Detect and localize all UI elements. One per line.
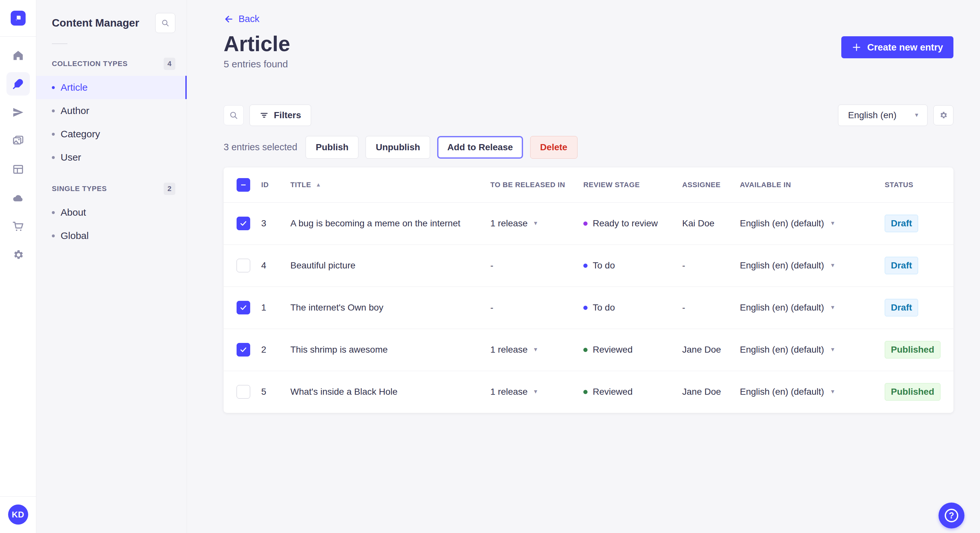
cell-assignee: Jane Doe [682, 387, 740, 397]
cell-release[interactable]: -▼ [490, 303, 583, 313]
locale-select-value: English (en) [848, 110, 896, 121]
strapi-logo-wrap [0, 0, 36, 36]
row-checkbox[interactable] [237, 217, 250, 230]
locale-caret-icon: ▼ [830, 389, 835, 395]
collection-types-count-badge: 4 [164, 58, 175, 70]
column-header-available-in[interactable]: AVAILABLE IN [740, 181, 885, 189]
column-header-review-stage[interactable]: REVIEW STAGE [583, 181, 682, 189]
cell-id: 5 [261, 387, 290, 397]
stage-dot [583, 306, 587, 310]
row-checkbox[interactable] [237, 343, 250, 357]
create-new-entry-button[interactable]: Create new entry [841, 36, 953, 58]
status-badge: Draft [885, 215, 918, 232]
single-types-section: SINGLE TYPES 2 About Global [36, 182, 187, 247]
subnav-divider [52, 43, 67, 44]
cell-title: The internet's Own boy [290, 303, 490, 313]
cell-assignee: Kai Doe [682, 218, 740, 228]
subnav-search-button[interactable] [155, 13, 175, 33]
nav-marketplace-icon[interactable] [6, 215, 30, 238]
table-row[interactable]: 3 A bug is becoming a meme on the intern… [224, 202, 953, 244]
column-header-id[interactable]: ID [261, 181, 290, 189]
bullet-icon [52, 86, 55, 89]
sort-asc-icon: ▲ [316, 182, 321, 188]
bullet-icon [52, 156, 55, 159]
cell-available-in[interactable]: English (en) (default)▼ [740, 387, 885, 397]
locale-caret-icon: ▼ [830, 346, 835, 353]
status-badge: Draft [885, 257, 918, 274]
cell-assignee: - [682, 260, 740, 271]
cell-title: What's inside a Black Hole [290, 387, 490, 397]
bullet-icon [52, 133, 55, 136]
locale-select[interactable]: English (en) ▼ [838, 105, 928, 126]
minus-icon [240, 181, 247, 189]
cell-assignee: Jane Doe [682, 344, 740, 355]
nav-cloud-icon[interactable] [6, 186, 30, 209]
cell-id: 4 [261, 260, 290, 271]
column-header-title[interactable]: TITLE▲ [290, 181, 490, 189]
cell-available-in[interactable]: English (en) (default)▼ [740, 344, 885, 355]
nav-media-library-icon[interactable] [6, 129, 30, 152]
publish-button[interactable]: Publish [305, 136, 358, 159]
subnav-item-user[interactable]: User [36, 146, 187, 169]
delete-button[interactable]: Delete [530, 136, 578, 159]
help-button[interactable]: ? [939, 503, 964, 528]
create-new-entry-label: Create new entry [867, 42, 943, 53]
view-settings-button[interactable] [933, 105, 953, 125]
back-link[interactable]: Back [224, 14, 259, 24]
table-row[interactable]: 1 The internet's Own boy -▼ To do - Engl… [224, 287, 953, 329]
cell-available-in[interactable]: English (en) (default)▼ [740, 260, 885, 271]
locale-caret-icon: ▼ [830, 262, 835, 269]
filters-button[interactable]: Filters [250, 105, 311, 126]
back-label: Back [239, 14, 259, 24]
row-checkbox[interactable] [237, 259, 250, 272]
stage-dot [583, 348, 587, 352]
main-content: Back Article 5 entries found Create new … [187, 0, 980, 533]
locale-caret-icon: ▼ [830, 305, 835, 311]
table-header-row: ID TITLE▲ TO BE RELEASED IN REVIEW STAGE… [224, 167, 953, 202]
subnav-item-label: Article [60, 82, 88, 93]
row-checkbox[interactable] [237, 385, 250, 399]
list-search-button[interactable] [224, 105, 244, 125]
cell-release[interactable]: 1 release▼ [490, 344, 583, 355]
table-row[interactable]: 4 Beautiful picture -▼ To do - English (… [224, 244, 953, 287]
subnav-item-author[interactable]: Author [36, 99, 187, 122]
subnav-item-category[interactable]: Category [36, 122, 187, 146]
collection-types-section: COLLECTION TYPES 4 Article Author Catego… [36, 58, 187, 169]
cell-id: 1 [261, 303, 290, 313]
rail-divider [0, 497, 36, 497]
filter-icon [259, 111, 269, 120]
add-to-release-button[interactable]: Add to Release [437, 136, 523, 159]
unpublish-button[interactable]: Unpublish [366, 136, 430, 159]
subnav-title: Content Manager [52, 17, 139, 29]
select-all-checkbox[interactable] [237, 178, 250, 192]
column-header-to-be-released-in[interactable]: TO BE RELEASED IN [490, 181, 583, 189]
cell-available-in[interactable]: English (en) (default)▼ [740, 218, 885, 228]
subnav-item-article[interactable]: Article [36, 76, 187, 99]
cell-review-stage: Ready to review [583, 218, 682, 228]
entries-count: 5 entries found [224, 59, 953, 70]
content-manager-subnav: Content Manager COLLECTION TYPES 4 Artic… [36, 0, 187, 533]
nav-releases-icon[interactable] [6, 101, 30, 124]
nav-content-type-builder-icon[interactable] [6, 158, 30, 181]
column-header-status[interactable]: STATUS [885, 181, 940, 189]
strapi-logo-icon[interactable] [11, 11, 25, 25]
nav-home-icon[interactable] [6, 44, 30, 67]
subnav-item-global[interactable]: Global [36, 224, 187, 247]
arrow-left-icon [224, 14, 234, 24]
table-row[interactable]: 5 What's inside a Black Hole 1 release▼ … [224, 371, 953, 413]
cell-available-in[interactable]: English (en) (default)▼ [740, 303, 885, 313]
subnav-item-about[interactable]: About [36, 201, 187, 224]
row-checkbox[interactable] [237, 301, 250, 314]
bullet-icon [52, 211, 55, 214]
nav-content-manager-icon[interactable] [6, 72, 30, 95]
cell-release[interactable]: 1 release▼ [490, 218, 583, 228]
cell-release[interactable]: -▼ [490, 260, 583, 271]
table-row[interactable]: 2 This shrimp is awesome 1 release▼ Revi… [224, 329, 953, 371]
user-avatar[interactable]: KD [8, 504, 28, 525]
stage-dot [583, 263, 587, 268]
cell-title: A bug is becoming a meme on the internet [290, 218, 490, 228]
status-badge: Draft [885, 299, 918, 316]
nav-settings-icon[interactable] [6, 243, 30, 266]
column-header-assignee[interactable]: ASSIGNEE [682, 181, 740, 189]
cell-release[interactable]: 1 release▼ [490, 387, 583, 397]
